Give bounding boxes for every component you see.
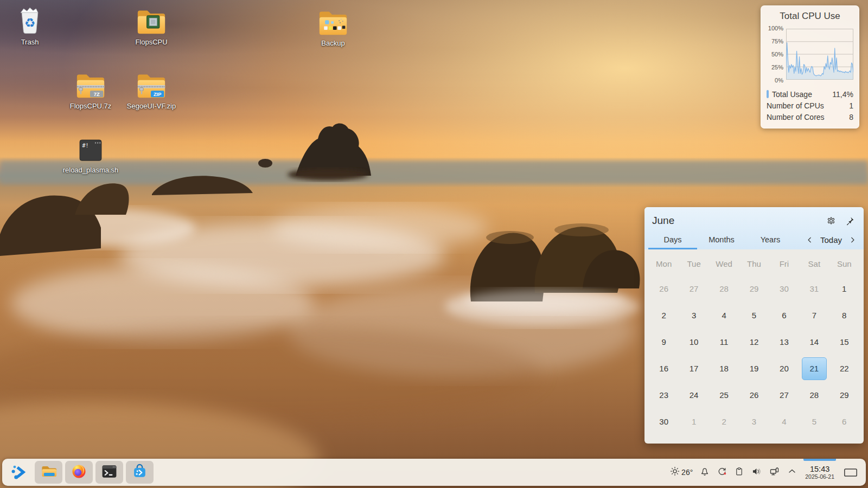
weather-widget[interactable]: 26°	[666, 459, 696, 486]
calendar-day[interactable]: 29	[829, 382, 859, 408]
clock-date: 2025-06-21	[805, 473, 834, 480]
next-month-icon[interactable]	[845, 233, 859, 247]
cpu-chart: 100%75%50%25%0%	[767, 26, 853, 82]
calendar-day[interactable]: 9	[649, 329, 679, 355]
day-number: 3	[681, 304, 706, 327]
calendar-day[interactable]: 5	[739, 302, 769, 329]
calendar-tab-months[interactable]: Months	[697, 230, 746, 249]
calendar-day[interactable]: 3	[679, 302, 709, 329]
calendar-day[interactable]: 24	[679, 382, 709, 408]
calendar-day[interactable]: 22	[829, 355, 859, 382]
day-number: 6	[832, 410, 857, 433]
calendar-day-selected[interactable]: 21	[799, 355, 829, 382]
day-number: 20	[771, 357, 796, 380]
calendar-day[interactable]: 28	[799, 382, 829, 408]
calendar-nav: Today	[803, 233, 859, 247]
calendar-day[interactable]: 27	[769, 382, 799, 408]
calendar-day[interactable]: 26	[739, 382, 769, 408]
calendar-day[interactable]: 1	[829, 275, 859, 302]
calendar-day[interactable]: 3	[739, 408, 769, 435]
task-button-file-manager[interactable]	[35, 461, 62, 484]
desktop-icon-segoeui-vf-zip[interactable]: ZIP SegoeUI-VF.zip	[120, 68, 183, 111]
calendar-day[interactable]: 18	[709, 355, 739, 382]
calendar-day[interactable]: 23	[649, 382, 679, 408]
calendar-day[interactable]: 6	[769, 302, 799, 329]
calendar-day[interactable]: 5	[799, 408, 829, 435]
calendar-day[interactable]: 19	[739, 355, 769, 382]
calendar-day[interactable]: 11	[709, 329, 739, 355]
plasma-logo-icon	[10, 463, 28, 481]
calendar-tab-days[interactable]: Days	[648, 230, 697, 249]
calendar-header: June DaysMonthsYears	[644, 207, 864, 249]
calendar-day[interactable]: 16	[649, 355, 679, 382]
show-desktop-button[interactable]	[839, 459, 860, 486]
weekday-label: Thu	[739, 252, 769, 275]
desktop-icon-flopscpu-7z[interactable]: 7Z FlopsCPU.7z	[59, 68, 122, 111]
calendar-day[interactable]: 2	[709, 408, 739, 435]
calendar-day[interactable]: 26	[649, 275, 679, 302]
desktop-icon-label: Backup	[321, 38, 344, 48]
desktop-icon-flopscpu[interactable]: FlopsCPU	[120, 4, 183, 47]
tray-expand-tray[interactable]	[783, 459, 801, 486]
desktop-icon-trash[interactable]: ♻ Trash	[0, 4, 61, 47]
day-number: 21	[802, 357, 827, 380]
task-button-firefox[interactable]	[65, 461, 93, 484]
configure-icon[interactable]	[825, 214, 838, 227]
calendar-day[interactable]: 17	[679, 355, 709, 382]
calendar-day[interactable]: 31	[799, 275, 829, 302]
desktop-icon-backup[interactable]: Backup	[302, 5, 365, 48]
calendar-day[interactable]: 30	[649, 408, 679, 435]
calendar-day[interactable]: 4	[769, 408, 799, 435]
calendar-day[interactable]: 6	[829, 408, 859, 435]
calendar-day[interactable]: 25	[709, 382, 739, 408]
calendar-week-row: 2345678	[649, 302, 859, 329]
tray-software-updates[interactable]	[713, 459, 731, 486]
calendar-day[interactable]: 27	[679, 275, 709, 302]
tray-audio-volume[interactable]	[748, 459, 765, 486]
day-number: 26	[652, 278, 676, 300]
cpu-legend-row: Number of CPUs 1	[767, 100, 853, 111]
desktop-icon-reload-plasma-sh[interactable]: #! reload_plasma.sh	[59, 132, 122, 175]
day-number: 22	[832, 357, 857, 380]
tray-network-devices[interactable]	[765, 459, 783, 486]
tray-clipboard[interactable]	[731, 459, 748, 486]
legend-marker	[767, 90, 769, 98]
tray-notifications[interactable]	[696, 459, 713, 486]
day-number: 7	[802, 304, 827, 327]
calendar-month-title: June	[652, 215, 819, 227]
day-number: 11	[712, 331, 737, 354]
task-button-discover[interactable]	[126, 461, 154, 484]
day-number: 28	[712, 278, 737, 300]
today-button[interactable]: Today	[820, 235, 842, 245]
legend-value: 1	[849, 101, 853, 110]
calendar-day[interactable]: 13	[769, 329, 799, 355]
software-updates-icon	[717, 466, 727, 479]
calendar-day[interactable]: 14	[799, 329, 829, 355]
previous-month-icon[interactable]	[803, 233, 817, 247]
pin-icon[interactable]	[843, 214, 856, 227]
calendar-day[interactable]: 30	[769, 275, 799, 302]
cpu-y-tick: 50%	[771, 51, 783, 57]
calendar-day[interactable]: 2	[649, 302, 679, 329]
tab-label: Months	[709, 235, 735, 244]
calendar-day[interactable]: 10	[679, 329, 709, 355]
calendar-week-row: 16171819202122	[649, 355, 859, 382]
application-launcher-button[interactable]	[8, 461, 30, 484]
day-number: 12	[742, 331, 767, 354]
day-number: 30	[771, 278, 796, 300]
calendar-day[interactable]: 7	[799, 302, 829, 329]
calendar-day[interactable]: 29	[739, 275, 769, 302]
calendar-day[interactable]: 15	[829, 329, 859, 355]
calendar-day[interactable]: 20	[769, 355, 799, 382]
legend-value: 8	[849, 113, 853, 121]
digital-clock[interactable]: 15:43 2025-06-21	[801, 459, 839, 486]
task-button-terminal[interactable]	[95, 461, 123, 484]
calendar-day[interactable]: 8	[829, 302, 859, 329]
weekday-label: Wed	[709, 252, 739, 275]
audio-volume-icon	[751, 466, 762, 479]
calendar-day[interactable]: 1	[679, 408, 709, 435]
calendar-day[interactable]: 28	[709, 275, 739, 302]
calendar-tab-years[interactable]: Years	[746, 230, 795, 249]
calendar-day[interactable]: 4	[709, 302, 739, 329]
calendar-day[interactable]: 12	[739, 329, 769, 355]
